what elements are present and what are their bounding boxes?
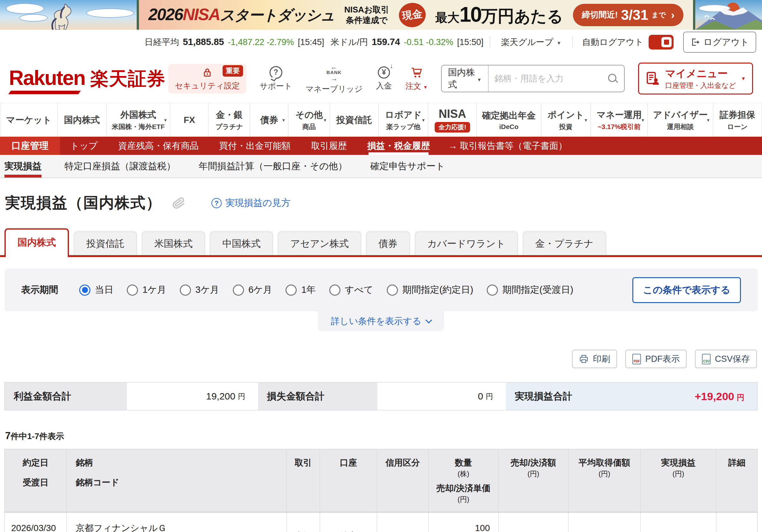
tab-us-stocks[interactable]: 米国株式 (142, 232, 205, 255)
lock-icon (201, 67, 213, 79)
nav-money-management[interactable]: マネー運用~3.17%税引前 (590, 103, 648, 137)
auto-logout-toggle[interactable] (648, 35, 673, 49)
security-settings-button[interactable]: 重要 セキュリティ設定 (168, 64, 246, 94)
cell-account: 特定 (320, 512, 377, 532)
radio-range-trade-date[interactable]: 期間指定(約定日) (387, 283, 473, 296)
search-icon[interactable] (607, 73, 618, 84)
toggle-knob (661, 37, 672, 47)
chevron-down-icon (706, 117, 710, 123)
radio-6months[interactable]: 6ケ月 (233, 283, 272, 296)
deposit-button[interactable]: 入金 (376, 66, 392, 91)
show-detail-conditions-link[interactable]: 詳しい条件を表示する (318, 311, 444, 331)
market-ticker-bar: 日経平均 51,885.85 -1,487.22 -2.79% [15:45] … (0, 30, 762, 54)
tab-annual-pl[interactable]: 年間損益計算（一般口座・その他） (199, 155, 347, 178)
radio-range-settle-date[interactable]: 期間指定(受渡日) (487, 283, 573, 296)
nav-domestic-stocks[interactable]: 国内株式 (57, 103, 106, 137)
auto-logout-control: 自動ログアウト (582, 35, 673, 49)
banner-title: 2026NISAスタートダッシュ (148, 5, 335, 25)
order-button[interactable]: 注文 (405, 66, 427, 91)
chevron-down-icon (323, 117, 327, 123)
nav-mutual-funds[interactable]: 投資信託 (330, 103, 378, 137)
csv-export-button[interactable]: CSV CSV保存 (695, 350, 757, 368)
tab-tax-support[interactable]: 確定申告サポート (370, 155, 445, 178)
cell-qty: 1004,190.0 (428, 512, 498, 532)
mymenu-button[interactable]: マイメニュー 口座管理・入出金など (638, 63, 753, 95)
nav-fx[interactable]: FX (170, 103, 208, 137)
account-nav-history[interactable]: 取引履歴 (301, 137, 357, 155)
nav-collateral-loan[interactable]: 証券担保ローン (713, 103, 762, 137)
tab-gold-platinum[interactable]: 金・プラチナ (523, 232, 606, 255)
main-nav: マーケット 国内株式 外国株式米国株・海外ETF FX 金・銀プラチナ 債券 そ… (0, 103, 762, 137)
radio-today[interactable]: 当日 (79, 283, 114, 296)
account-nav-balance[interactable]: 資産残高・保有商品 (108, 137, 209, 155)
logout-button[interactable]: ログアウト (683, 32, 756, 53)
col-account: 口座 (320, 449, 377, 512)
tab-china-stocks[interactable]: 中国株式 (210, 232, 273, 255)
page-title: 実現損益（国内株式） (5, 193, 162, 213)
account-nav-top[interactable]: トップ (60, 137, 108, 155)
rakuten-securities-logo[interactable]: Rakuten 楽天証券 (9, 66, 166, 91)
banner-horse-art (0, 0, 139, 30)
radio-1year[interactable]: 1年 (285, 283, 316, 296)
rakuten-group-menu[interactable]: 楽天グループ (501, 37, 562, 48)
radio-3months[interactable]: 3ケ月 (180, 283, 219, 296)
tab-asean-stocks[interactable]: アセアン株式 (278, 232, 361, 255)
tab-bonds[interactable]: 債券 (366, 232, 410, 255)
tab-mutual-funds[interactable]: 投資信託 (74, 232, 137, 255)
tab-domestic-stocks[interactable]: 国内株式 (4, 228, 69, 255)
radio-1month[interactable]: 1ケ月 (127, 283, 166, 296)
nav-other-products[interactable]: その他商品 (288, 103, 330, 137)
period-filter-panel: 表示期間 当日 1ケ月 3ケ月 6ケ月 1年 すべて 期間指定(約定日) 期間指… (4, 268, 758, 311)
cell-amount: 419,000 (498, 512, 569, 532)
bank-transfer-icon: BANK (326, 63, 342, 82)
radio-icon (487, 284, 498, 296)
nav-gold-platinum[interactable]: 金・銀プラチナ (208, 103, 250, 137)
help-link[interactable]: 実現損益の見方 (211, 197, 291, 209)
account-nav-buying-power[interactable]: 買付・出金可能額 (209, 137, 301, 155)
banner-message: 2026NISAスタートダッシュ NISAお取引 条件達成で 現金 最大 10 … (139, 0, 693, 30)
banner-cta-button[interactable]: 締切間近! 3/31 まで (573, 4, 684, 26)
logout-icon (690, 38, 700, 47)
nav-nisa[interactable]: NISA全力応援! (428, 103, 477, 137)
pdf-export-button[interactable]: PDF PDF表示 (625, 350, 687, 368)
nikkei-change: -1,487.22 -2.79% (228, 38, 294, 47)
radio-all[interactable]: すべて (329, 283, 373, 296)
support-button[interactable]: ? サポート (260, 66, 292, 91)
printer-icon (579, 354, 588, 364)
product-tabs: 国内株式 投資信託 米国株式 中国株式 アセアン株式 債券 カバードワラント 金… (0, 222, 762, 257)
account-nav-home[interactable]: 口座管理 (0, 137, 60, 155)
search-input[interactable] (495, 74, 607, 84)
banner-prize: 最大 10 万円 あたる (435, 2, 563, 28)
radio-icon (233, 284, 244, 296)
campaign-banner[interactable]: 2026NISAスタートダッシュ NISAお取引 条件達成で 現金 最大 10 … (0, 0, 762, 30)
period-filter-label: 表示期間 (21, 283, 58, 296)
nav-bonds[interactable]: 債券 (250, 103, 288, 137)
usdjpy-value: 159.74 (372, 37, 400, 47)
nav-advisor[interactable]: アドバイザー運用相談 (648, 103, 713, 137)
nav-roboad[interactable]: ロボアド楽ラップ他 (378, 103, 428, 137)
cell-detail (716, 512, 757, 532)
csv-file-icon: CSV (702, 354, 711, 364)
account-nav-reports[interactable]: → 取引報告書等（電子書面） (440, 137, 575, 155)
tab-specific-account-pl[interactable]: 特定口座損益（譲渡益税） (64, 155, 176, 178)
col-margin: 信用区分 (377, 449, 428, 512)
apply-filter-button[interactable]: この条件で表示する (632, 277, 741, 303)
search-category-select[interactable]: 国内株式 (442, 65, 489, 92)
col-qty: 数量(株) 売却/決済単価(円) (428, 449, 498, 512)
print-button[interactable]: 印刷 (572, 350, 617, 368)
pl-summary-bar: 利益金額合計 19,200円 損失金額合計 0円 実現損益合計 +19,200円 (4, 382, 758, 410)
important-badge: 重要 (223, 65, 243, 77)
nav-market[interactable]: マーケット (0, 103, 57, 137)
moneybridge-button[interactable]: BANK マネーブリッジ (306, 63, 363, 94)
account-nav-pl-tax[interactable]: 損益・税金履歴 (357, 137, 440, 155)
search-field (489, 65, 624, 92)
tab-covered-warrant[interactable]: カバードワラント (415, 232, 518, 255)
radio-icon (329, 284, 341, 296)
banner-nisa: NISA (183, 5, 220, 24)
radio-icon (387, 284, 398, 296)
nav-point-investment[interactable]: ポイント投資 (541, 103, 590, 137)
nav-foreign-stocks[interactable]: 外国株式米国株・海外ETF (106, 103, 170, 137)
cloud-shape (86, 8, 134, 18)
tab-realized-pl[interactable]: 実現損益 (4, 155, 41, 178)
nav-ideco[interactable]: 確定拠出年金iDeCo (477, 103, 541, 137)
